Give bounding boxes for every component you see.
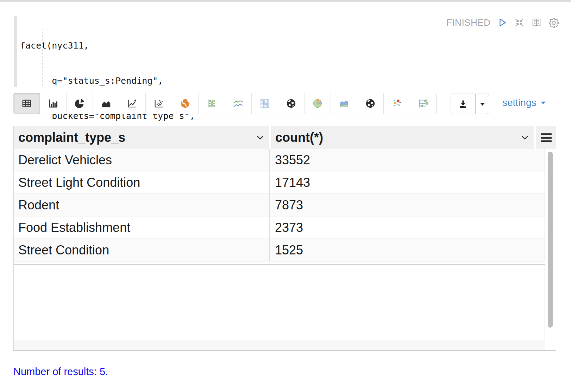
gear-icon bbox=[548, 17, 559, 28]
table-header-row: complaint_type_s count(*) bbox=[14, 126, 556, 149]
book-icon bbox=[531, 17, 542, 28]
collapse-button[interactable] bbox=[514, 17, 525, 28]
chevron-down-icon[interactable] bbox=[521, 135, 528, 140]
table-row: Rodent 7873 bbox=[14, 194, 545, 216]
code-line: q="status_s:Pending", bbox=[20, 75, 200, 87]
viz-map-button[interactable] bbox=[172, 93, 198, 114]
settings-label: settings bbox=[502, 97, 537, 108]
code-editor[interactable]: facet(nyc311, q="status_s:Pending", buck… bbox=[13, 14, 429, 89]
multi-line-icon bbox=[233, 98, 244, 109]
settings-link[interactable]: settings bbox=[502, 97, 547, 108]
grid-gap bbox=[14, 261, 545, 264]
heatmap-icon bbox=[259, 98, 270, 109]
table-icon bbox=[21, 98, 32, 109]
cell-complaint-type: Rodent bbox=[14, 194, 269, 216]
run-button[interactable] bbox=[496, 17, 508, 28]
line-chart-icon bbox=[127, 98, 138, 109]
compress-icon bbox=[514, 18, 524, 27]
download-icon bbox=[458, 99, 468, 109]
show-editor-button[interactable] bbox=[531, 17, 542, 28]
results-count-note: Number of results: 5. bbox=[13, 366, 108, 378]
dark-globe-icon bbox=[365, 98, 376, 109]
cell-complaint-type: Food Establishment bbox=[14, 216, 269, 239]
result-table-widget: complaint_type_s count(*) Derelict Vehic… bbox=[13, 126, 556, 351]
viz-bubble-matrix-button[interactable] bbox=[198, 93, 225, 114]
cell-count: 1525 bbox=[269, 239, 545, 261]
cell-complaint-type: Street Condition bbox=[14, 239, 269, 261]
cell-count: 17143 bbox=[269, 171, 545, 194]
play-icon bbox=[497, 17, 507, 28]
viz-line-chart-button[interactable] bbox=[119, 93, 145, 114]
empty-result-area bbox=[14, 264, 545, 340]
table-menu-button[interactable] bbox=[536, 126, 556, 149]
column-header-label: count(*) bbox=[275, 130, 323, 145]
pie-chart-icon bbox=[74, 98, 85, 109]
paragraph-controls: FINISHED bbox=[446, 16, 559, 29]
caret-down-icon bbox=[540, 99, 547, 106]
table-row: Street Condition 1525 bbox=[14, 239, 545, 261]
paragraph-settings-button[interactable] bbox=[548, 17, 559, 28]
viz-scatter-chart-button[interactable] bbox=[145, 93, 172, 114]
cell-complaint-type: Street Light Condition bbox=[14, 171, 269, 194]
colored-pie-icon bbox=[312, 98, 323, 109]
dark-globe-icon bbox=[286, 98, 296, 109]
table-row: Derelict Vehicles 33552 bbox=[14, 149, 545, 171]
table-row: Food Establishment 2373 bbox=[14, 216, 545, 239]
viz-globe-dark-2-button[interactable] bbox=[357, 93, 383, 114]
download-button-group bbox=[451, 94, 489, 114]
viz-multi-line-button[interactable] bbox=[225, 93, 251, 114]
column-header-label: complaint_type_s bbox=[18, 130, 125, 145]
table-row: Street Light Condition 17143 bbox=[14, 171, 545, 194]
hamburger-icon bbox=[541, 133, 552, 135]
download-options-button[interactable] bbox=[476, 94, 489, 114]
orange-globe-icon bbox=[180, 98, 190, 109]
code-line: facet(nyc311, bbox=[20, 40, 200, 51]
viz-area-chart-button[interactable] bbox=[93, 93, 119, 114]
column-header-complaint-type[interactable]: complaint_type_s bbox=[14, 126, 269, 149]
colored-scatter-icon bbox=[391, 98, 402, 109]
colored-area-icon bbox=[339, 98, 349, 109]
chevron-down-icon[interactable] bbox=[257, 135, 264, 140]
parallel-coordinates-icon bbox=[418, 98, 428, 109]
viz-pie-chart-button[interactable] bbox=[66, 93, 93, 114]
bubble-matrix-icon bbox=[206, 98, 217, 109]
viz-heatmap-button[interactable] bbox=[251, 93, 278, 114]
table-footer-strip bbox=[14, 340, 545, 350]
cell-complaint-type: Derelict Vehicles bbox=[14, 149, 269, 171]
editor-gutter bbox=[14, 16, 17, 87]
viz-pie-colored-button[interactable] bbox=[304, 93, 331, 114]
viz-table-button[interactable] bbox=[14, 93, 40, 114]
cell-count: 2373 bbox=[269, 216, 545, 239]
column-header-count[interactable]: count(*) bbox=[271, 126, 534, 149]
bar-chart-icon bbox=[48, 98, 58, 109]
scatter-chart-icon bbox=[153, 98, 164, 109]
viz-area-colored-button[interactable] bbox=[331, 93, 357, 114]
caret-down-icon bbox=[479, 100, 486, 108]
visualization-toolbar bbox=[13, 93, 437, 114]
cell-count: 33552 bbox=[269, 149, 545, 171]
viz-scatter-colored-button[interactable] bbox=[383, 93, 410, 114]
table-body: Derelict Vehicles 33552 Street Light Con… bbox=[14, 149, 545, 261]
viz-globe-dark-1-button[interactable] bbox=[278, 93, 304, 114]
download-button[interactable] bbox=[451, 94, 476, 114]
cell-count: 7873 bbox=[269, 194, 545, 216]
area-chart-icon bbox=[101, 98, 111, 109]
status-label: FINISHED bbox=[446, 17, 490, 28]
vertical-scrollbar[interactable] bbox=[548, 152, 553, 328]
viz-parallel-coordinates-button[interactable] bbox=[410, 93, 436, 114]
viz-bar-chart-button[interactable] bbox=[40, 93, 66, 114]
